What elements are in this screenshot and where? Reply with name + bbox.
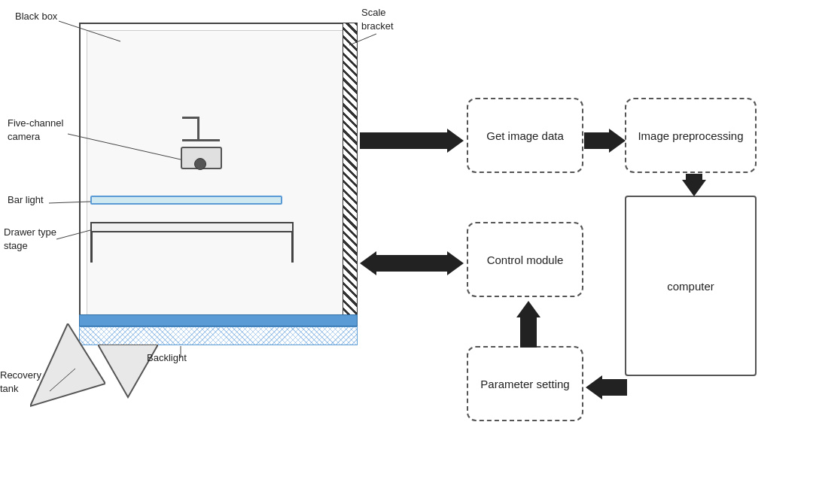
recovery-tank-triangle: [30, 323, 105, 417]
control-module-box: Control module: [467, 222, 583, 297]
recovery-tank-label: Recovery tank: [0, 369, 41, 396]
arrow-machine-to-getimage: [360, 129, 464, 153]
computer-box: computer: [625, 196, 757, 376]
camera-lens: [194, 158, 206, 170]
parameter-setting-label: Parameter setting: [480, 378, 569, 390]
camera-pole: [197, 117, 199, 141]
black-box-label: Black box: [15, 11, 57, 22]
five-channel-camera-label: Five-channel camera: [8, 117, 63, 144]
stage-leg-left: [90, 232, 93, 263]
arrow-machine-control-double: [360, 251, 464, 275]
camera-arm: [182, 139, 220, 141]
arrow-getimage-to-preprocess: [584, 129, 626, 153]
arrow-param-to-control: [516, 301, 540, 348]
get-image-data-label: Get image data: [486, 129, 564, 142]
image-preprocessing-box: Image preprocessing: [625, 98, 757, 173]
bar-light-label: Bar light: [8, 194, 44, 205]
arrow-preprocess-to-computer: [682, 174, 706, 196]
control-module-label: Control module: [487, 254, 564, 266]
bar-light: [90, 196, 282, 205]
image-preprocessing-label: Image preprocessing: [638, 129, 743, 142]
parameter-setting-box: Parameter setting: [467, 346, 583, 421]
stage-leg-right: [291, 232, 294, 263]
arrow-computer-to-param: [586, 375, 627, 399]
stage-shelf: [90, 222, 294, 232]
camera-top-bar: [182, 117, 199, 119]
inner-frame: [87, 30, 350, 316]
drawer-type-stage-label: Drawer type stage: [4, 226, 56, 253]
get-image-data-box: Get image data: [467, 98, 583, 173]
scale-bracket-label: Scale bracket: [361, 6, 394, 33]
backlight-panel: [79, 326, 358, 345]
backlight-label: Backlight: [147, 352, 187, 363]
computer-label: computer: [667, 280, 714, 293]
blue-strip: [79, 314, 358, 326]
scale-bracket-bar: [343, 23, 358, 320]
svg-marker-0: [30, 323, 105, 406]
